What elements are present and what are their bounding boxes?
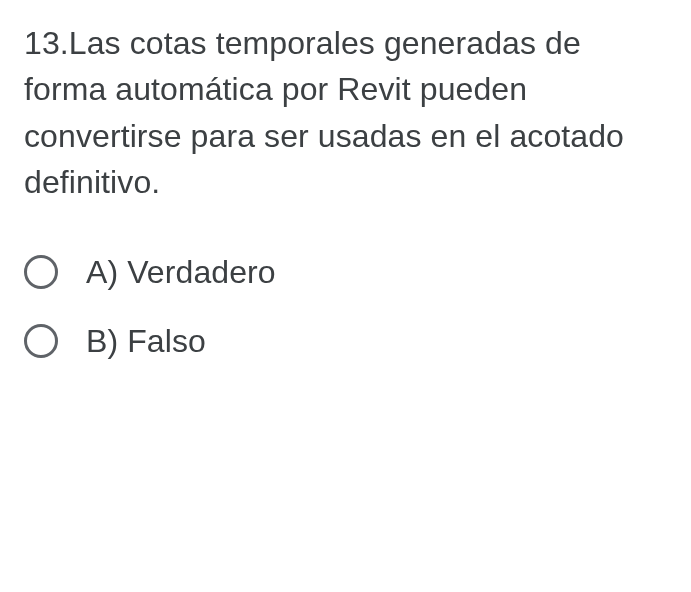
question-text: 13.Las cotas temporales generadas de for… bbox=[24, 20, 667, 206]
options-list: A) Verdadero B) Falso bbox=[24, 254, 667, 360]
option-label: B) Falso bbox=[86, 323, 206, 360]
radio-icon bbox=[24, 255, 58, 289]
radio-icon bbox=[24, 324, 58, 358]
option-b[interactable]: B) Falso bbox=[24, 323, 667, 360]
option-label: A) Verdadero bbox=[86, 254, 276, 291]
option-a[interactable]: A) Verdadero bbox=[24, 254, 667, 291]
